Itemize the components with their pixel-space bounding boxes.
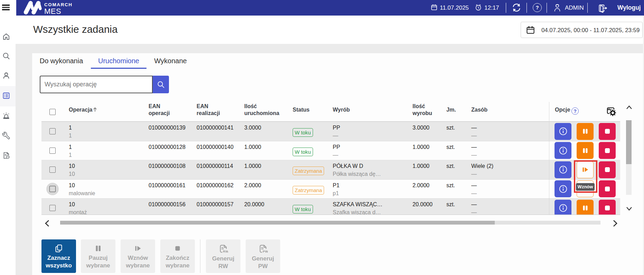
svg-text:PW: PW xyxy=(263,249,268,253)
svg-text:RW: RW xyxy=(223,249,228,253)
